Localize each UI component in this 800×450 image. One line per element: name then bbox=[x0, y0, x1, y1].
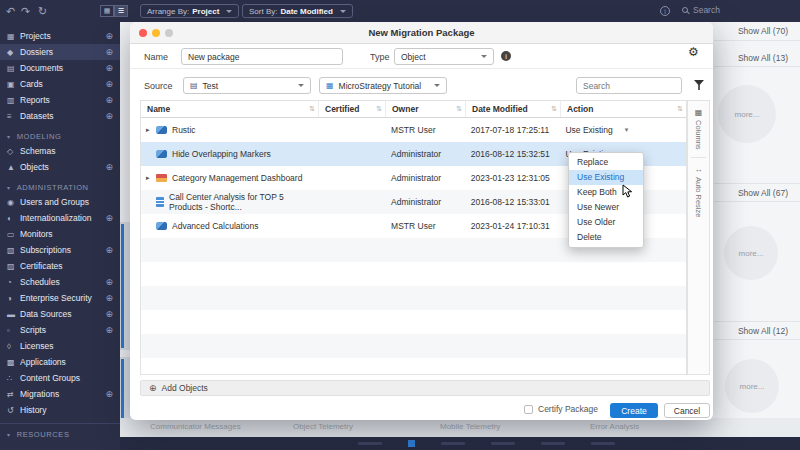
add-objects-button[interactable]: ⊕ Add Objects bbox=[140, 380, 710, 396]
sort-icon[interactable]: ⇅ bbox=[551, 105, 557, 113]
grid-view-button[interactable]: ▦ bbox=[100, 5, 114, 17]
sidebar-item-history[interactable]: ↺ History bbox=[0, 402, 120, 418]
sidebar-item-scripts[interactable]: ▫ Scripts ⊕ bbox=[0, 322, 120, 338]
sidebar-item-cards[interactable]: ▣ Cards ⊕ bbox=[0, 76, 120, 92]
sidebar-item-projects[interactable]: ▦ Projects ⊕ bbox=[0, 28, 120, 44]
undo-icon[interactable]: ↶ bbox=[6, 3, 15, 19]
add-icon[interactable]: ⊕ bbox=[105, 63, 113, 73]
sidebar-item-licenses[interactable]: ◊ Licenses bbox=[0, 338, 120, 354]
add-icon[interactable]: ⊕ bbox=[105, 31, 113, 41]
add-icon[interactable]: ⊕ bbox=[105, 79, 113, 89]
checkbox-icon[interactable] bbox=[524, 405, 533, 414]
sidebar-item-users-and-groups[interactable]: ◉ Users and Groups bbox=[0, 194, 120, 210]
menu-item-replace[interactable]: Replace bbox=[569, 155, 643, 170]
columns-tool[interactable]: ▦ Columns bbox=[694, 105, 703, 153]
refresh-icon[interactable]: ↻ bbox=[38, 3, 47, 19]
more-items-circle[interactable]: more... bbox=[724, 226, 778, 280]
more-items-circle[interactable]: more... bbox=[725, 359, 779, 413]
cancel-button[interactable]: Cancel bbox=[664, 403, 710, 418]
source-environment-select[interactable]: ▦ MicroStrategy Tutorial bbox=[319, 77, 447, 94]
global-search[interactable]: Search bbox=[682, 5, 720, 15]
sort-icon[interactable]: ⇅ bbox=[309, 105, 315, 113]
table-row[interactable]: ▸ Rustic MSTR User 2017-07-18 17:25:11 U… bbox=[141, 118, 686, 142]
sidebar-item-applications[interactable]: ▩ Applications bbox=[0, 354, 120, 370]
show-all-link-4[interactable]: Show All (12) bbox=[738, 326, 788, 336]
source-project-select[interactable]: ▤ Test bbox=[183, 77, 311, 94]
sidebar-section-resources[interactable]: ▾ RESOURCES bbox=[0, 423, 120, 441]
close-icon[interactable] bbox=[139, 29, 147, 37]
sidebar-item-enterprise-security[interactable]: ◑ Enterprise Security ⊕ bbox=[0, 290, 120, 306]
object-name: Call Center Analysis for TOP 5 Products … bbox=[169, 192, 318, 212]
column-header-date-modified[interactable]: Date Modified ⇅ bbox=[466, 101, 561, 117]
sidebar-item-certificates[interactable]: ▨ Certificates bbox=[0, 258, 120, 274]
sort-icon[interactable]: ⇅ bbox=[677, 105, 683, 113]
table-header-row: Name ⇅ Certified ⇅ Owner ⇅ Date Modified… bbox=[141, 101, 686, 118]
sidebar-item-label: Datasets bbox=[20, 111, 105, 121]
sidebar-item-data-sources[interactable]: ▬ Data Sources ⊕ bbox=[0, 306, 120, 322]
sidebar-item-datasets[interactable]: ≡ Datasets ⊕ bbox=[0, 108, 120, 124]
show-all-link-3[interactable]: Show All (67) bbox=[738, 188, 788, 198]
sidebar-item-objects[interactable]: ▲ Objects ⊕ bbox=[0, 159, 120, 175]
sidebar-section-administration[interactable]: ▾ ADMINISTRATION bbox=[0, 181, 120, 194]
add-icon[interactable]: ⊕ bbox=[105, 213, 113, 223]
sidebar-item-dossiers[interactable]: ◆ Dossiers ⊕ bbox=[0, 44, 120, 60]
add-icon[interactable]: ⊕ bbox=[105, 95, 113, 105]
arrange-by-dropdown[interactable]: Arrange By: Project bbox=[140, 4, 239, 18]
type-select[interactable]: Object bbox=[394, 48, 494, 65]
filter-icon[interactable] bbox=[694, 80, 704, 90]
add-icon[interactable]: ⊕ bbox=[105, 309, 113, 319]
object-name: Hide Overlapping Markers bbox=[172, 149, 271, 159]
column-header-certified[interactable]: Certified ⇅ bbox=[319, 101, 386, 117]
gear-icon[interactable]: ⚙ bbox=[688, 46, 699, 58]
sidebar-item-subscriptions[interactable]: ▧ Subscriptions ⊕ bbox=[0, 242, 120, 258]
sidebar-item-schemas[interactable]: ◇ Schemas bbox=[0, 143, 120, 159]
add-icon[interactable]: ⊕ bbox=[105, 325, 113, 335]
info-icon[interactable]: i bbox=[660, 6, 670, 16]
certify-package-checkbox[interactable]: Certify Package bbox=[524, 404, 598, 414]
info-icon[interactable]: i bbox=[501, 51, 511, 61]
sidebar-section-modeling[interactable]: ▾ MODELING bbox=[0, 130, 120, 143]
more-items-circle[interactable]: more... bbox=[718, 85, 776, 143]
show-all-link-2[interactable]: Show All (13) bbox=[738, 53, 788, 63]
sidebar-item-reports[interactable]: ▥ Reports ⊕ bbox=[0, 92, 120, 108]
sidebar-item-schedules[interactable]: ◔ Schedules ⊕ bbox=[0, 274, 120, 290]
add-icon[interactable]: ⊕ bbox=[105, 162, 113, 172]
expand-icon[interactable]: ▸ bbox=[146, 126, 156, 134]
expand-icon[interactable]: ▸ bbox=[146, 174, 156, 182]
sort-icon[interactable]: ⇅ bbox=[456, 105, 462, 113]
sidebar-item-internationalization[interactable]: ◐ Internationalization ⊕ bbox=[0, 210, 120, 226]
sidebar-item-label: Users and Groups bbox=[20, 197, 113, 207]
list-view-button[interactable]: ☰ bbox=[114, 5, 128, 17]
redo-icon[interactable]: ↷ bbox=[21, 3, 30, 19]
object-search-input[interactable] bbox=[576, 77, 682, 94]
column-header-owner[interactable]: Owner ⇅ bbox=[386, 101, 466, 117]
add-icon[interactable]: ⊕ bbox=[105, 293, 113, 303]
add-objects-label: Add Objects bbox=[162, 383, 208, 393]
chevron-down-icon: ▾ bbox=[625, 126, 629, 134]
sort-by-dropdown[interactable]: Sort By: Date Modified bbox=[242, 4, 353, 18]
add-icon[interactable]: ⊕ bbox=[105, 277, 113, 287]
show-all-link-1[interactable]: Show All (70) bbox=[738, 26, 788, 36]
minimize-icon[interactable] bbox=[152, 29, 160, 37]
sort-icon[interactable]: ⇅ bbox=[376, 105, 382, 113]
menu-item-use-newer[interactable]: Use Newer bbox=[569, 200, 643, 215]
auto-resize-tool[interactable]: ↔ Auto Resize bbox=[694, 162, 703, 220]
source-label: Source bbox=[144, 81, 173, 91]
menu-item-delete[interactable]: Delete bbox=[569, 230, 643, 245]
sidebar-item-documents[interactable]: ▤ Documents ⊕ bbox=[0, 60, 120, 76]
sidebar-item-monitors[interactable]: ▭ Monitors bbox=[0, 226, 120, 242]
column-header-name[interactable]: Name ⇅ bbox=[141, 101, 319, 117]
add-icon[interactable]: ⊕ bbox=[105, 245, 113, 255]
column-header-action[interactable]: Action ⇅ bbox=[561, 101, 686, 117]
sidebar-item-migrations[interactable]: ⇄ Migrations ⊕ bbox=[0, 386, 120, 402]
action-dropdown[interactable]: Use Existing ▾ bbox=[559, 125, 686, 135]
add-icon[interactable]: ⊕ bbox=[105, 389, 113, 399]
create-button[interactable]: Create bbox=[610, 403, 658, 418]
add-icon[interactable]: ⊕ bbox=[105, 111, 113, 121]
add-icon[interactable]: ⊕ bbox=[105, 47, 113, 57]
sidebar-item-content-groups[interactable]: ∴ Content Groups bbox=[0, 370, 120, 386]
menu-item-use-older[interactable]: Use Older bbox=[569, 215, 643, 230]
object-name: Category Management Dashboard bbox=[172, 173, 302, 183]
package-name-input[interactable] bbox=[181, 48, 343, 65]
menu-item-use-existing[interactable]: Use Existing bbox=[569, 170, 643, 185]
